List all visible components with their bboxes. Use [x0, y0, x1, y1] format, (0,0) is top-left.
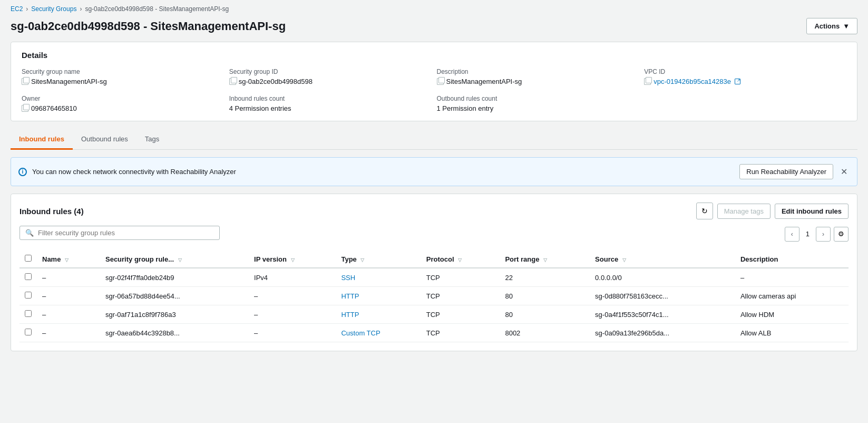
select-all-checkbox-cell: [19, 251, 37, 268]
breadcrumb-current: sg-0ab2ce0db4998d598 - SitesManagementAP…: [85, 5, 229, 13]
breadcrumb-ec2-link[interactable]: EC2: [11, 5, 23, 13]
actions-dropdown-icon: ▼: [843, 22, 850, 30]
vpc-id-link[interactable]: vpc-019426b95ca14283e: [654, 78, 731, 85]
edit-inbound-rules-button[interactable]: Edit inbound rules: [775, 204, 849, 219]
select-all-checkbox[interactable]: [25, 255, 32, 262]
breadcrumb-sep2: ›: [80, 5, 82, 13]
detail-value-vpc-id: vpc-019426b95ca14283e: [644, 78, 846, 85]
copy-owner-icon[interactable]: [22, 105, 28, 112]
row-checkbox-3[interactable]: [25, 329, 32, 335]
row-description: Allow cameras api: [735, 287, 849, 305]
info-banner-text: You can now check network connectivity w…: [32, 168, 236, 176]
details-grid: Security group name SitesManagementAPI-s…: [22, 68, 846, 85]
table-row: – sgr-0aea6b44c3928b8... – Custom TCP TC…: [19, 324, 849, 342]
sort-source-icon: ▽: [622, 257, 626, 263]
info-banner-left: i You can now check network connectivity…: [18, 168, 236, 176]
row-rule-id: sgr-0aea6b44c3928b8...: [100, 324, 249, 342]
pagination-bar: ‹ 1 › ⚙: [785, 227, 849, 242]
detail-description: Description SitesManagementAPI-sg: [437, 68, 639, 85]
copy-vpc-id-icon[interactable]: [644, 78, 651, 85]
table-settings-button[interactable]: ⚙: [834, 227, 849, 242]
table-header-row: Name ▽ Security group rule... ▽ IP versi…: [19, 251, 849, 268]
row-source: 0.0.0.0/0: [590, 268, 735, 287]
row-checkbox-cell: [19, 287, 37, 305]
row-rule-id: sgr-02f4f7ffa0deb24b9: [100, 268, 249, 287]
vpc-external-link-icon: [735, 79, 740, 84]
detail-label-sg-id: Security group ID: [229, 68, 432, 75]
copy-description-icon[interactable]: [437, 78, 444, 85]
page-header: sg-0ab2ce0db4998d598 - SitesManagementAP…: [0, 16, 868, 42]
row-port-range: 22: [500, 268, 590, 287]
col-type: Type ▽: [336, 251, 421, 268]
search-input[interactable]: [38, 229, 214, 237]
table-row: – sgr-02f4f7ffa0deb24b9 IPv4 SSH TCP 22 …: [19, 268, 849, 287]
col-rule-id: Security group rule... ▽: [100, 251, 249, 268]
breadcrumb-sep1: ›: [26, 5, 28, 13]
inbound-rules-table: Name ▽ Security group rule... ▽ IP versi…: [19, 251, 849, 342]
row-description: –: [735, 268, 849, 287]
copy-sg-name-icon[interactable]: [22, 78, 28, 85]
detail-value-owner: 096876465810: [22, 104, 224, 112]
detail-label-owner: Owner: [22, 95, 224, 102]
col-source: Source ▽: [590, 251, 735, 268]
row-port-range: 8002: [500, 324, 590, 342]
row-type: HTTP: [336, 305, 421, 324]
detail-vpc-id: VPC ID vpc-019426b95ca14283e: [644, 68, 846, 85]
info-icon: i: [18, 168, 27, 176]
refresh-button[interactable]: ↻: [696, 203, 713, 219]
run-reachability-analyzer-button[interactable]: Run Reachability Analyzer: [739, 164, 833, 179]
table-container: Name ▽ Security group rule... ▽ IP versi…: [19, 251, 849, 342]
row-ip-version: –: [249, 305, 336, 324]
manage-tags-button[interactable]: Manage tags: [717, 204, 771, 219]
detail-label-description: Description: [437, 68, 639, 75]
detail-value-sg-name: SitesManagementAPI-sg: [22, 78, 224, 85]
actions-button[interactable]: Actions ▼: [806, 18, 857, 34]
row-type: SSH: [336, 268, 421, 287]
col-description: Description: [735, 251, 849, 268]
table-body: – sgr-02f4f7ffa0deb24b9 IPv4 SSH TCP 22 …: [19, 268, 849, 342]
row-rule-id: sgr-0af71a1c8f9f786a3: [100, 305, 249, 324]
detail-value-sg-id: sg-0ab2ce0db4998d598: [229, 78, 432, 85]
row-protocol: TCP: [421, 305, 500, 324]
page-number: 1: [803, 230, 813, 238]
copy-sg-id-icon[interactable]: [229, 78, 236, 85]
details-card: Details Security group name SitesManagem…: [11, 42, 857, 121]
search-icon: 🔍: [25, 229, 34, 237]
next-page-button[interactable]: ›: [816, 227, 831, 242]
row-checkbox-0[interactable]: [25, 273, 32, 280]
breadcrumb: EC2 › Security Groups › sg-0ab2ce0db4998…: [0, 0, 868, 16]
table-actions: ↻ Manage tags Edit inbound rules: [696, 203, 849, 219]
row-source: sg-0a09a13fe296b5da...: [590, 324, 735, 342]
row-source: sg-0a4f1f553c50f74c1...: [590, 305, 735, 324]
breadcrumb-security-groups-link[interactable]: Security Groups: [31, 5, 76, 13]
detail-inbound-count: Inbound rules count 4 Permission entries: [229, 95, 432, 112]
col-protocol: Protocol ▽: [421, 251, 500, 268]
col-ip-version: IP version ▽: [249, 251, 336, 268]
detail-label-vpc-id: VPC ID: [644, 68, 846, 75]
row-checkbox-1[interactable]: [25, 292, 32, 299]
row-protocol: TCP: [421, 268, 500, 287]
search-bar: 🔍: [19, 226, 220, 240]
row-ip-version: –: [249, 324, 336, 342]
detail-value-outbound-count: 1 Permission entry: [437, 104, 639, 112]
row-name: –: [37, 287, 100, 305]
row-protocol: TCP: [421, 287, 500, 305]
detail-label-inbound-count: Inbound rules count: [229, 95, 432, 102]
tab-tags[interactable]: Tags: [136, 130, 168, 150]
detail-owner: Owner 096876465810: [22, 95, 224, 112]
prev-page-button[interactable]: ‹: [785, 227, 799, 242]
tab-outbound-rules[interactable]: Outbound rules: [73, 130, 136, 150]
col-name: Name ▽: [37, 251, 100, 268]
detail-value-inbound-count: 4 Permission entries: [229, 104, 432, 112]
row-ip-version: –: [249, 287, 336, 305]
row-source: sg-0d880f758163cecc...: [590, 287, 735, 305]
row-name: –: [37, 268, 100, 287]
info-banner-close-button[interactable]: ✕: [838, 167, 850, 177]
row-checkbox-cell: [19, 324, 37, 342]
col-port-range: Port range ▽: [500, 251, 590, 268]
tab-inbound-rules[interactable]: Inbound rules: [11, 130, 73, 150]
detail-security-group-name: Security group name SitesManagementAPI-s…: [22, 68, 224, 85]
table-header: Inbound rules (4) ↻ Manage tags Edit inb…: [19, 203, 849, 219]
inbound-rules-title: Inbound rules (4): [19, 207, 84, 216]
row-checkbox-2[interactable]: [25, 310, 32, 317]
